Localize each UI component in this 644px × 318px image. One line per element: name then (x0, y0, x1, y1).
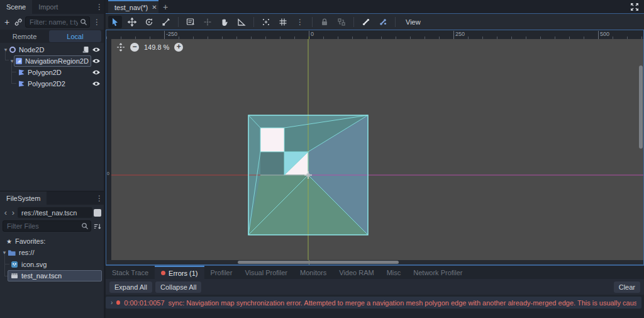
clear-button[interactable]: Clear (614, 281, 640, 293)
remote-local-switch: Remote Local (0, 30, 104, 43)
close-icon[interactable]: ✕ (152, 4, 157, 11)
file-label: test_nav.tscn (21, 272, 62, 280)
errors-toolbar: Expand All Collapse All Clear (106, 279, 644, 295)
fs-row-root[interactable]: ▾ res:// (0, 247, 104, 258)
tab-stack-trace[interactable]: Stack Trace (106, 266, 155, 279)
tab-label: Visual Profiler (245, 269, 287, 276)
vertical-scrollbar-thumb[interactable] (639, 65, 643, 149)
tab-video-ram[interactable]: Video RAM (333, 266, 380, 279)
eye-icon[interactable] (92, 69, 101, 76)
viewport-2d: -250 0 250 500 0 (106, 30, 644, 265)
horizontal-scrollbar[interactable] (106, 260, 643, 264)
star-icon: ★ (6, 238, 12, 245)
instance-scene-button[interactable] (14, 18, 23, 26)
toolbar-separator (253, 17, 254, 27)
pivot-tool-button[interactable] (201, 16, 214, 28)
error-dot-icon (161, 271, 165, 275)
tab-misc[interactable]: Misc (380, 266, 408, 279)
eye-icon[interactable] (92, 58, 101, 64)
tree-row-polygon2d2[interactable]: Polygon2D2 (0, 78, 104, 89)
tab-errors[interactable]: Errors (1) (155, 266, 204, 279)
zoom-percent[interactable]: 149.8 % (144, 43, 169, 51)
smart-snap-button[interactable] (259, 16, 273, 28)
scene-toolbar: + ⋮ (0, 14, 104, 30)
scale-tool-button[interactable] (159, 16, 173, 28)
tab-network-profiler[interactable]: Network Profiler (407, 266, 469, 279)
select-tool-button[interactable] (108, 16, 122, 28)
debugger-tabbar: Stack Trace Errors (1) Profiler Visual P… (106, 266, 644, 279)
move-tool-button[interactable] (125, 16, 139, 28)
eye-icon[interactable] (92, 81, 101, 87)
tab-label: Stack Trace (112, 269, 148, 276)
fs-row-test-nav-tscn[interactable]: test_nav.tscn (0, 270, 104, 281)
ruler-label: -250 (164, 31, 177, 39)
scene-filter-menu-icon[interactable]: ⋮ (92, 18, 101, 26)
distraction-free-button[interactable] (630, 3, 639, 11)
scene-tab-test-nav[interactable]: test_nav(*) ✕ (108, 0, 158, 13)
script-icon[interactable] (82, 46, 89, 54)
tab-label: Monitors (300, 269, 326, 276)
tab-scene[interactable]: Scene (0, 0, 32, 14)
back-icon[interactable]: ‹ (3, 208, 9, 217)
forward-icon[interactable]: › (10, 208, 16, 217)
collapse-all-button[interactable]: Collapse All (155, 281, 201, 293)
view-menu-button[interactable]: View (401, 18, 426, 26)
filesystem-tabbar: FileSystem ⋮ (0, 191, 104, 205)
pan-tool-button[interactable] (218, 16, 231, 28)
favorites-header[interactable]: ★ Favorites: (0, 236, 104, 247)
error-time: 0:00:01:0057 (124, 299, 164, 307)
sort-icon[interactable] (93, 222, 101, 230)
local-label: Local (67, 33, 83, 40)
fs-row-icon-svg[interactable]: icon.svg (0, 259, 104, 270)
polygon2d-icon (18, 69, 25, 76)
center-view-icon[interactable] (116, 43, 125, 52)
add-node-button[interactable]: + (3, 17, 11, 27)
scene-dock-menu-icon[interactable]: ⋮ (95, 3, 104, 11)
tab-filesystem[interactable]: FileSystem (0, 191, 47, 205)
canvas-2d[interactable]: − 149.8 % + (111, 39, 643, 260)
skeleton-bone-button[interactable] (359, 16, 373, 28)
ruler-icon (237, 18, 246, 26)
scene-dock-tabbar: Scene Import ⋮ (0, 0, 104, 14)
scene-file-icon (11, 272, 18, 280)
zoom-out-button[interactable]: − (130, 43, 139, 52)
expander-icon[interactable]: › (111, 299, 113, 306)
ruler-tool-button[interactable] (235, 16, 248, 28)
rotate-tool-button[interactable] (142, 16, 156, 28)
tree-row-node2d[interactable]: ▾ Node2D (0, 44, 104, 55)
tree-row-polygon2d[interactable]: Polygon2D (0, 67, 104, 78)
link-icon (14, 18, 23, 26)
zoom-in-button[interactable]: + (174, 43, 183, 52)
search-icon (81, 222, 89, 230)
new-scene-tab-button[interactable]: + (158, 0, 172, 13)
expand-all-button[interactable]: Expand All (109, 281, 152, 293)
tab-visual-profiler[interactable]: Visual Profiler (238, 266, 294, 279)
lock-object-button[interactable] (318, 16, 331, 28)
filesystem-menu-icon[interactable]: ⋮ (95, 194, 104, 203)
tab-profiler[interactable]: Profiler (204, 266, 239, 279)
file-label: icon.svg (21, 261, 47, 268)
tab-filesystem-label: FileSystem (6, 195, 40, 202)
horizontal-scrollbar-thumb[interactable] (238, 261, 399, 264)
toggle-split-mode-button[interactable] (94, 209, 101, 217)
canvas-toolbar: ⋮ View (106, 14, 644, 30)
godot-svg-file-icon (11, 261, 18, 268)
snap-options-menu[interactable]: ⋮ (293, 16, 307, 28)
tab-monitors[interactable]: Monitors (294, 266, 333, 279)
eye-icon[interactable] (92, 47, 101, 53)
tab-import[interactable]: Import (32, 0, 64, 14)
current-path[interactable]: res://test_nav.tscn (18, 207, 92, 218)
tab-label: Profiler (211, 269, 233, 276)
filesystem-dock: FileSystem ⋮ ‹ › res://test_nav.tscn ★ F… (0, 191, 104, 318)
filter-files-input[interactable] (3, 220, 91, 232)
ruler-label: 500 (598, 31, 609, 39)
remote-button[interactable]: Remote (0, 33, 49, 40)
group-object-button[interactable] (335, 16, 348, 28)
list-select-tool-button[interactable] (184, 16, 197, 28)
ruler-label: 0 (309, 31, 314, 39)
tab-label: Errors (1) (169, 270, 197, 277)
skeleton-options-button[interactable] (376, 16, 390, 28)
grid-snap-button[interactable] (276, 16, 290, 28)
local-button[interactable]: Local (49, 30, 101, 42)
error-log-row[interactable]: › 0:00:01:0057 sync: Navigation map sync… (106, 297, 641, 309)
